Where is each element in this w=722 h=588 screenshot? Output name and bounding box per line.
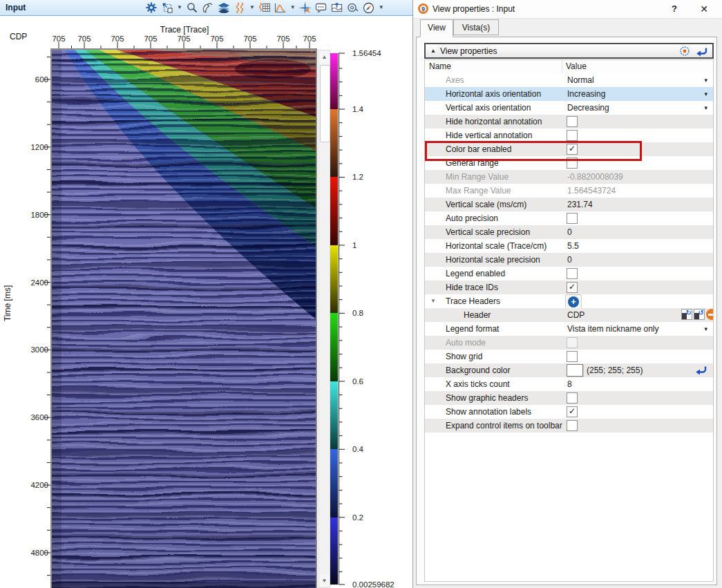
property-row-min-range-value[interactable]: Min Range Value-0.8820008039: [425, 170, 713, 184]
dropdown-caret-icon[interactable]: ▼: [379, 5, 384, 10]
dropdown-caret-icon[interactable]: ▼: [290, 5, 296, 10]
property-row-show-annotation-labels[interactable]: Show annotation labels✓: [425, 405, 713, 419]
property-row-auto-precision[interactable]: Auto precision: [425, 211, 713, 225]
scroll-up-button[interactable]: ▲: [319, 50, 330, 64]
checkbox-show-graphic-headers[interactable]: [567, 392, 578, 404]
comment-icon[interactable]: [315, 1, 327, 14]
scrollbar-thumb[interactable]: [320, 65, 330, 142]
layers-icon[interactable]: [218, 1, 230, 14]
property-value[interactable]: Increasing: [567, 89, 605, 99]
property-value: 0: [567, 227, 572, 237]
checkbox-color-bar-enabled[interactable]: ✓: [567, 144, 578, 155]
tab-view[interactable]: View: [420, 19, 453, 37]
property-value[interactable]: Vista item nickname only: [567, 324, 659, 334]
property-row-horizontal-scale-trace-cm[interactable]: Horizontal scale (Trace/cm)5.5: [425, 239, 713, 253]
mouse-icon[interactable]: [202, 1, 214, 14]
property-row-show-grid[interactable]: Show grid: [425, 350, 713, 363]
magnifier-icon[interactable]: [186, 1, 198, 14]
target-icon[interactable]: [679, 46, 690, 57]
background-color-swatch[interactable]: [567, 364, 583, 377]
tab-vistas[interactable]: Vista(s): [453, 19, 499, 35]
dropdown-caret-icon[interactable]: ▾: [704, 91, 707, 97]
add-trace-header-button[interactable]: +: [565, 294, 582, 310]
vertical-scrollbar[interactable]: ▲ ▼: [319, 50, 330, 588]
checkbox-auto-mode: [567, 337, 578, 348]
insert-header-icon[interactable]: ↻: [681, 309, 692, 320]
settings-gear-icon[interactable]: [145, 1, 158, 14]
dropdown-caret-icon[interactable]: ▼: [177, 5, 182, 10]
dialog-titlebar[interactable]: 9 View properties : Input ? ✕: [413, 0, 722, 19]
dropdown-caret-icon[interactable]: ▾: [704, 325, 707, 332]
property-row-x-axis-ticks-count[interactable]: X axis ticks count8: [425, 377, 713, 391]
wiggle-display-icon[interactable]: [234, 1, 246, 14]
view-properties-group-header[interactable]: ▲ View properties: [424, 43, 714, 59]
time-tick-label: 600: [35, 75, 48, 84]
checkbox-legend-enabled[interactable]: [567, 268, 578, 279]
scroll-down-button[interactable]: ▼: [319, 574, 330, 587]
undo-icon[interactable]: [696, 46, 708, 57]
colorbar-segment: [330, 109, 338, 177]
amplitude-curve-icon[interactable]: [274, 1, 287, 14]
property-row-background-color[interactable]: Background color(255; 255; 255): [425, 363, 713, 377]
property-row-show-graphic-headers[interactable]: Show graphic headers: [425, 391, 713, 405]
property-row-general-range[interactable]: General range: [425, 156, 713, 170]
colorbar-value-label: 1: [352, 241, 357, 249]
checkbox-expand-control-items-on-toolbar[interactable]: [567, 420, 578, 431]
property-row-max-range-value[interactable]: Max Range Value1.564543724: [425, 184, 713, 198]
property-value[interactable]: Decreasing: [567, 103, 609, 113]
property-row-expand-control-items-on-toolbar[interactable]: Expand control items on toolbar: [425, 419, 713, 433]
property-name: Horizontal axis orientation: [446, 89, 541, 99]
dropdown-caret-icon[interactable]: ▾: [704, 77, 707, 84]
checkbox-auto-precision[interactable]: [567, 213, 578, 224]
property-value: 8: [567, 379, 572, 389]
trace-table-icon[interactable]: [258, 1, 271, 14]
property-row-vertical-scale-ms-cm[interactable]: Vertical scale (ms/cm)231.74: [425, 198, 713, 211]
property-row-hide-trace-ids[interactable]: Hide trace IDs✓: [425, 281, 713, 294]
property-row-hide-vertical-annotation[interactable]: Hide vertical annotation: [425, 129, 713, 142]
property-row-color-bar-enabled[interactable]: Color bar enabled✓: [425, 142, 713, 156]
property-row-legend-enabled[interactable]: Legend enabled: [425, 267, 713, 281]
export-image-icon[interactable]: [331, 1, 343, 14]
property-value[interactable]: Normal: [567, 75, 594, 85]
column-value: Value: [566, 61, 587, 71]
colorbar-value-label: 0.00259682: [352, 580, 395, 588]
compass-icon[interactable]: [363, 1, 375, 14]
colorbar-segment: [330, 313, 338, 381]
time-axis-title: Time [ms]: [3, 285, 12, 321]
pick-crosshair-icon[interactable]: [299, 1, 312, 14]
property-row-trace-headers[interactable]: ▼Trace Headers+: [425, 294, 713, 308]
checkbox-general-range[interactable]: [567, 158, 578, 169]
dropdown-caret-icon[interactable]: ▾: [704, 104, 707, 111]
seismic-image[interactable]: [50, 48, 317, 588]
property-value[interactable]: CDP: [567, 310, 585, 320]
property-name: General range: [446, 158, 499, 168]
trace-tick-label: 705: [77, 35, 91, 43]
remove-header-icon[interactable]: [706, 309, 714, 320]
measure-icon[interactable]: [347, 1, 359, 14]
help-button[interactable]: ?: [665, 2, 683, 16]
colorbar-value-label: 1.2: [352, 173, 363, 181]
checkbox-hide-trace-ids[interactable]: ✓: [567, 282, 578, 293]
checkbox-hide-horizontal-annotation[interactable]: [567, 116, 578, 127]
colorbar-value-label: 0.4: [352, 445, 363, 453]
property-row-horizontal-axis-orientation[interactable]: Horizontal axis orientationIncreasing▾: [425, 87, 713, 101]
property-row-auto-mode[interactable]: Auto mode: [425, 336, 713, 350]
property-row-horizontal-scale-precision[interactable]: Horizontal scale precision0: [425, 253, 713, 267]
dropdown-caret-icon[interactable]: ▼: [249, 5, 255, 10]
property-row-vertical-axis-orientation[interactable]: Vertical axis orientationDecreasing▾: [425, 101, 713, 115]
property-row-vertical-scale-precision[interactable]: Vertical scale precision0: [425, 225, 713, 239]
checkbox-show-annotation-labels[interactable]: ✓: [567, 406, 578, 417]
replace-header-icon[interactable]: ↺: [694, 309, 705, 320]
reset-color-icon[interactable]: [695, 364, 707, 377]
expander-icon[interactable]: ▼: [430, 298, 436, 304]
checkbox-show-grid[interactable]: [567, 351, 578, 362]
checkbox-hide-vertical-annotation[interactable]: [567, 130, 578, 141]
zoom-region-icon[interactable]: [161, 1, 173, 14]
close-button[interactable]: ✕: [695, 2, 713, 16]
property-row-hide-horizontal-annotation[interactable]: Hide horizontal annotation: [425, 115, 713, 129]
property-row-legend-format[interactable]: Legend formatVista item nickname only▾: [425, 322, 713, 336]
colorbar-segment: [330, 449, 338, 517]
property-row-axes[interactable]: AxesNormal▾: [425, 73, 713, 87]
property-name: Hide vertical annotation: [446, 131, 532, 140]
property-row-header[interactable]: HeaderCDP↻↺: [425, 308, 713, 322]
